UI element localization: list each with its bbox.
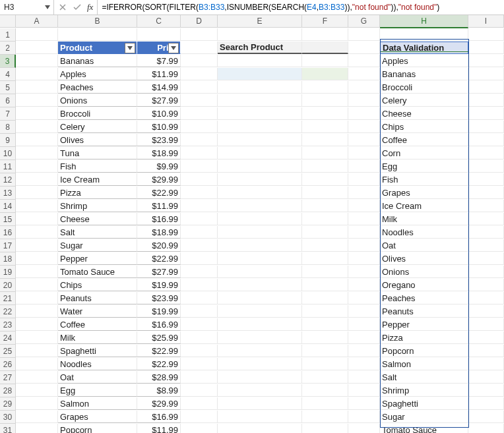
cell-D11[interactable] bbox=[181, 160, 218, 173]
table-cell-price[interactable]: $23.99 bbox=[137, 292, 181, 304]
cell-D4[interactable] bbox=[181, 68, 218, 80]
table-cell-product[interactable]: Shrimp bbox=[58, 200, 137, 212]
cell-D18[interactable] bbox=[181, 252, 218, 265]
cell-F11[interactable] bbox=[302, 160, 348, 173]
cell-D9[interactable] bbox=[181, 134, 218, 146]
cell-F23[interactable] bbox=[302, 318, 348, 331]
cell-I20[interactable] bbox=[468, 279, 504, 291]
cell-G23[interactable] bbox=[348, 318, 380, 331]
cell-I17[interactable] bbox=[468, 239, 504, 252]
table-cell-product[interactable]: Fish bbox=[58, 160, 137, 173]
enter-icon[interactable] bbox=[73, 3, 82, 12]
cell-E7[interactable] bbox=[218, 107, 302, 120]
cell-F1[interactable] bbox=[302, 28, 348, 41]
data-validation-item[interactable]: Corn bbox=[380, 147, 468, 159]
cell-G10[interactable] bbox=[348, 147, 380, 159]
cell-F8[interactable] bbox=[302, 121, 348, 133]
cell-G17[interactable] bbox=[348, 239, 380, 252]
data-validation-item[interactable]: Bananas bbox=[380, 68, 468, 80]
data-validation-item[interactable]: Popcorn bbox=[380, 345, 468, 357]
cell-E20[interactable] bbox=[218, 279, 302, 291]
data-validation-item[interactable]: Sugar bbox=[380, 411, 468, 423]
data-validation-item[interactable]: Celery bbox=[380, 94, 468, 107]
cell-G5[interactable] bbox=[348, 81, 380, 94]
cell-F30[interactable] bbox=[302, 411, 348, 423]
search-input-cell[interactable] bbox=[218, 68, 302, 80]
cell-F10[interactable] bbox=[302, 147, 348, 159]
cell-E5[interactable] bbox=[218, 81, 302, 94]
table-cell-price[interactable]: $9.99 bbox=[137, 160, 181, 173]
cell-I25[interactable] bbox=[468, 345, 504, 357]
table-cell-price[interactable]: $22.99 bbox=[137, 252, 181, 265]
cell-A29[interactable] bbox=[16, 397, 58, 410]
table-cell-product[interactable]: Apples bbox=[58, 68, 137, 80]
cell-A26[interactable] bbox=[16, 358, 58, 370]
table-cell-price[interactable]: $7.99 bbox=[137, 55, 181, 67]
cell-I22[interactable] bbox=[468, 305, 504, 318]
row-header-24[interactable]: 24 bbox=[0, 332, 16, 345]
cell-I14[interactable] bbox=[468, 200, 504, 212]
cell-E25[interactable] bbox=[218, 345, 302, 357]
cell-I27[interactable] bbox=[468, 371, 504, 384]
table-cell-price[interactable]: $18.99 bbox=[137, 226, 181, 239]
cell-I7[interactable] bbox=[468, 107, 504, 120]
cell-E12[interactable] bbox=[218, 173, 302, 186]
filter-button-price[interactable] bbox=[168, 43, 179, 53]
cell-G15[interactable] bbox=[348, 213, 380, 225]
cell-I24[interactable] bbox=[468, 332, 504, 344]
table-header-price[interactable]: Price bbox=[137, 42, 181, 54]
row-header-8[interactable]: 8 bbox=[0, 121, 16, 134]
cell-B1[interactable] bbox=[58, 28, 137, 41]
cell-A20[interactable] bbox=[16, 279, 58, 291]
cell-A30[interactable] bbox=[16, 411, 58, 423]
cell-E6[interactable] bbox=[218, 94, 302, 107]
cell-D30[interactable] bbox=[181, 411, 218, 423]
cell-D10[interactable] bbox=[181, 147, 218, 159]
cell-F19[interactable] bbox=[302, 266, 348, 278]
table-cell-product[interactable]: Celery bbox=[58, 121, 137, 133]
data-validation-item[interactable]: Oat bbox=[380, 239, 468, 252]
table-cell-product[interactable]: Peanuts bbox=[58, 292, 137, 304]
row-header-16[interactable]: 16 bbox=[0, 226, 16, 239]
cell-G1[interactable] bbox=[348, 28, 380, 41]
row-header-22[interactable]: 22 bbox=[0, 305, 16, 318]
row-header-4[interactable]: 4 bbox=[0, 68, 16, 81]
cell-G13[interactable] bbox=[348, 187, 380, 199]
table-cell-price[interactable]: $28.99 bbox=[137, 371, 181, 384]
data-validation-item[interactable]: Apples bbox=[380, 55, 468, 67]
table-cell-price[interactable]: $11.99 bbox=[137, 200, 181, 212]
col-header-I[interactable]: I bbox=[468, 15, 504, 28]
data-validation-item[interactable]: Pepper bbox=[380, 318, 468, 331]
table-cell-product[interactable]: Egg bbox=[58, 384, 137, 397]
table-cell-price[interactable]: $19.99 bbox=[137, 279, 181, 291]
cell-E22[interactable] bbox=[218, 305, 302, 318]
row-header-3[interactable]: 3 bbox=[0, 55, 16, 68]
cell-D31[interactable] bbox=[181, 424, 218, 433]
table-cell-price[interactable]: $14.99 bbox=[137, 81, 181, 94]
table-cell-product[interactable]: Ice Cream bbox=[58, 173, 137, 186]
cell-F29[interactable] bbox=[302, 397, 348, 410]
table-cell-product[interactable]: Water bbox=[58, 305, 137, 318]
row-header-28[interactable]: 28 bbox=[0, 384, 16, 397]
cell-G25[interactable] bbox=[348, 345, 380, 357]
table-cell-price[interactable]: $20.99 bbox=[137, 239, 181, 252]
table-cell-price[interactable]: $10.99 bbox=[137, 121, 181, 133]
cell-F31[interactable] bbox=[302, 424, 348, 433]
cell-D22[interactable] bbox=[181, 305, 218, 318]
cell-D17[interactable] bbox=[181, 239, 218, 252]
cancel-icon[interactable] bbox=[58, 3, 67, 12]
cell-I16[interactable] bbox=[468, 226, 504, 239]
cell-D23[interactable] bbox=[181, 318, 218, 331]
table-cell-price[interactable]: $22.99 bbox=[137, 358, 181, 370]
row-header-18[interactable]: 18 bbox=[0, 252, 16, 266]
table-cell-price[interactable]: $10.99 bbox=[137, 107, 181, 120]
cell-A2[interactable] bbox=[16, 42, 58, 54]
data-validation-item[interactable]: Grapes bbox=[380, 187, 468, 199]
table-cell-price[interactable]: $25.99 bbox=[137, 332, 181, 344]
search-result-cell[interactable] bbox=[302, 68, 348, 80]
name-box[interactable]: H3 bbox=[0, 0, 54, 14]
cell-I15[interactable] bbox=[468, 213, 504, 225]
cell-G27[interactable] bbox=[348, 371, 380, 384]
table-cell-product[interactable]: Onions bbox=[58, 94, 137, 107]
cell-E21[interactable] bbox=[218, 292, 302, 304]
